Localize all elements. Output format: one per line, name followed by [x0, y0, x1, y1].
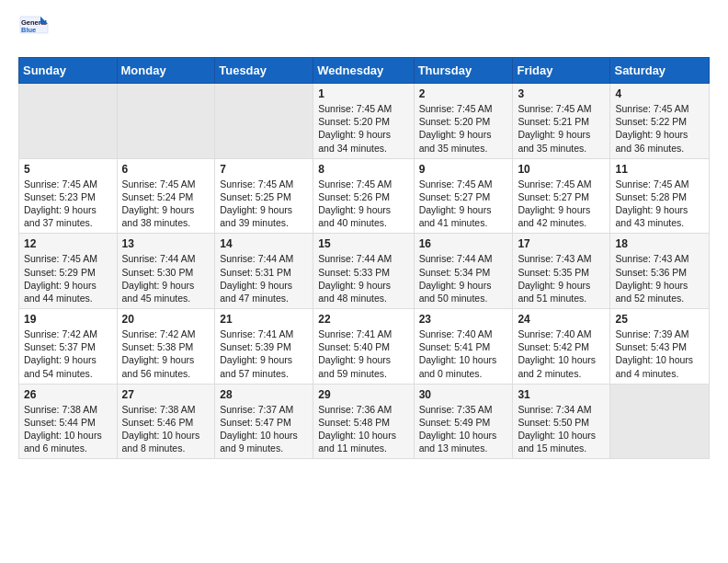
day-number: 25 [615, 313, 704, 326]
day-info: Sunrise: 7:45 AM Sunset: 5:23 PM Dayligh… [24, 178, 112, 230]
day-number: 5 [24, 163, 112, 176]
day-number: 8 [318, 163, 408, 176]
header-row: SundayMondayTuesdayWednesdayThursdayFrid… [19, 58, 710, 84]
week-row-1: 1Sunrise: 7:45 AM Sunset: 5:20 PM Daylig… [19, 84, 710, 159]
day-cell: 16Sunrise: 7:44 AM Sunset: 5:34 PM Dayli… [414, 234, 513, 309]
day-cell: 20Sunrise: 7:42 AM Sunset: 5:38 PM Dayli… [117, 309, 215, 385]
day-cell: 8Sunrise: 7:45 AM Sunset: 5:26 PM Daylig… [313, 158, 414, 234]
week-row-5: 26Sunrise: 7:38 AM Sunset: 5:44 PM Dayli… [19, 384, 710, 459]
day-number: 23 [419, 313, 508, 326]
day-number: 14 [220, 237, 308, 250]
day-info: Sunrise: 7:41 AM Sunset: 5:40 PM Dayligh… [318, 327, 408, 380]
day-info: Sunrise: 7:36 AM Sunset: 5:48 PM Dayligh… [318, 403, 408, 455]
day-cell: 25Sunrise: 7:39 AM Sunset: 5:43 PM Dayli… [610, 309, 710, 385]
day-info: Sunrise: 7:43 AM Sunset: 5:36 PM Dayligh… [615, 252, 704, 304]
day-number: 24 [518, 313, 605, 326]
day-number: 28 [220, 388, 308, 401]
header-cell-sunday: Sunday [19, 58, 118, 84]
day-cell: 10Sunrise: 7:45 AM Sunset: 5:27 PM Dayli… [513, 158, 610, 234]
day-cell [19, 84, 118, 159]
day-cell: 15Sunrise: 7:44 AM Sunset: 5:33 PM Dayli… [313, 234, 414, 309]
day-number: 6 [122, 163, 210, 176]
day-cell: 31Sunrise: 7:34 AM Sunset: 5:50 PM Dayli… [513, 384, 610, 459]
day-info: Sunrise: 7:45 AM Sunset: 5:22 PM Dayligh… [615, 102, 704, 155]
day-cell: 12Sunrise: 7:45 AM Sunset: 5:29 PM Dayli… [19, 234, 118, 309]
day-info: Sunrise: 7:45 AM Sunset: 5:29 PM Dayligh… [24, 252, 112, 304]
day-cell: 26Sunrise: 7:38 AM Sunset: 5:44 PM Dayli… [19, 384, 118, 459]
week-row-3: 12Sunrise: 7:45 AM Sunset: 5:29 PM Dayli… [19, 234, 710, 309]
day-info: Sunrise: 7:45 AM Sunset: 5:28 PM Dayligh… [615, 178, 704, 230]
day-number: 3 [518, 87, 605, 100]
day-cell: 19Sunrise: 7:42 AM Sunset: 5:37 PM Dayli… [19, 309, 118, 385]
day-info: Sunrise: 7:45 AM Sunset: 5:26 PM Dayligh… [318, 178, 408, 230]
logo-svg: General Blue [18, 15, 51, 48]
header-cell-tuesday: Tuesday [215, 58, 313, 84]
day-info: Sunrise: 7:42 AM Sunset: 5:37 PM Dayligh… [24, 327, 112, 380]
day-cell: 5Sunrise: 7:45 AM Sunset: 5:23 PM Daylig… [19, 158, 118, 234]
day-cell: 17Sunrise: 7:43 AM Sunset: 5:35 PM Dayli… [513, 234, 610, 309]
header-cell-wednesday: Wednesday [313, 58, 414, 84]
day-cell: 11Sunrise: 7:45 AM Sunset: 5:28 PM Dayli… [610, 158, 710, 234]
day-cell: 14Sunrise: 7:44 AM Sunset: 5:31 PM Dayli… [215, 234, 313, 309]
week-row-2: 5Sunrise: 7:45 AM Sunset: 5:23 PM Daylig… [19, 158, 710, 234]
day-info: Sunrise: 7:37 AM Sunset: 5:47 PM Dayligh… [220, 403, 308, 455]
day-number: 31 [518, 388, 605, 401]
day-number: 9 [419, 163, 508, 176]
day-info: Sunrise: 7:39 AM Sunset: 5:43 PM Dayligh… [615, 327, 704, 380]
day-info: Sunrise: 7:38 AM Sunset: 5:44 PM Dayligh… [24, 403, 112, 455]
day-cell: 4Sunrise: 7:45 AM Sunset: 5:22 PM Daylig… [610, 84, 710, 159]
day-cell [610, 384, 710, 459]
day-number: 16 [419, 237, 508, 250]
day-cell: 18Sunrise: 7:43 AM Sunset: 5:36 PM Dayli… [610, 234, 710, 309]
day-info: Sunrise: 7:38 AM Sunset: 5:46 PM Dayligh… [122, 403, 210, 455]
day-info: Sunrise: 7:44 AM Sunset: 5:33 PM Dayligh… [318, 252, 408, 304]
header-cell-monday: Monday [117, 58, 215, 84]
day-cell: 23Sunrise: 7:40 AM Sunset: 5:41 PM Dayli… [414, 309, 513, 385]
day-info: Sunrise: 7:45 AM Sunset: 5:24 PM Dayligh… [122, 178, 210, 230]
day-number: 11 [615, 163, 704, 176]
day-cell: 9Sunrise: 7:45 AM Sunset: 5:27 PM Daylig… [414, 158, 513, 234]
day-number: 1 [318, 87, 408, 100]
header-cell-friday: Friday [513, 58, 610, 84]
day-number: 7 [220, 163, 308, 176]
day-cell: 13Sunrise: 7:44 AM Sunset: 5:30 PM Dayli… [117, 234, 215, 309]
day-cell: 3Sunrise: 7:45 AM Sunset: 5:21 PM Daylig… [513, 84, 610, 159]
day-cell: 28Sunrise: 7:37 AM Sunset: 5:47 PM Dayli… [215, 384, 313, 459]
day-info: Sunrise: 7:41 AM Sunset: 5:39 PM Dayligh… [220, 327, 308, 380]
day-cell: 29Sunrise: 7:36 AM Sunset: 5:48 PM Dayli… [313, 384, 414, 459]
day-info: Sunrise: 7:45 AM Sunset: 5:20 PM Dayligh… [419, 102, 508, 155]
day-number: 18 [615, 237, 704, 250]
day-cell: 6Sunrise: 7:45 AM Sunset: 5:24 PM Daylig… [117, 158, 215, 234]
page: General Blue SundayMondayTuesdayWednesda… [0, 0, 728, 477]
day-info: Sunrise: 7:34 AM Sunset: 5:50 PM Dayligh… [518, 403, 605, 455]
day-number: 2 [419, 87, 508, 100]
calendar-table: SundayMondayTuesdayWednesdayThursdayFrid… [18, 57, 710, 459]
day-number: 13 [122, 237, 210, 250]
day-cell [117, 84, 215, 159]
day-number: 12 [24, 237, 112, 250]
day-number: 15 [318, 237, 408, 250]
day-cell: 27Sunrise: 7:38 AM Sunset: 5:46 PM Dayli… [117, 384, 215, 459]
day-cell [215, 84, 313, 159]
week-row-4: 19Sunrise: 7:42 AM Sunset: 5:37 PM Dayli… [19, 309, 710, 385]
day-cell: 7Sunrise: 7:45 AM Sunset: 5:25 PM Daylig… [215, 158, 313, 234]
day-info: Sunrise: 7:42 AM Sunset: 5:38 PM Dayligh… [122, 327, 210, 380]
day-cell: 24Sunrise: 7:40 AM Sunset: 5:42 PM Dayli… [513, 309, 610, 385]
day-info: Sunrise: 7:43 AM Sunset: 5:35 PM Dayligh… [518, 252, 605, 304]
header-cell-thursday: Thursday [414, 58, 513, 84]
day-number: 20 [122, 313, 210, 326]
day-info: Sunrise: 7:45 AM Sunset: 5:27 PM Dayligh… [419, 178, 508, 230]
header: General Blue [18, 15, 710, 48]
day-info: Sunrise: 7:45 AM Sunset: 5:25 PM Dayligh… [220, 178, 308, 230]
header-cell-saturday: Saturday [610, 58, 710, 84]
svg-text:Blue: Blue [21, 26, 36, 34]
day-number: 30 [419, 388, 508, 401]
day-number: 10 [518, 163, 605, 176]
day-number: 19 [24, 313, 112, 326]
day-cell: 21Sunrise: 7:41 AM Sunset: 5:39 PM Dayli… [215, 309, 313, 385]
logo: General Blue [18, 15, 51, 48]
day-number: 4 [615, 87, 704, 100]
day-cell: 1Sunrise: 7:45 AM Sunset: 5:20 PM Daylig… [313, 84, 414, 159]
day-number: 26 [24, 388, 112, 401]
day-cell: 30Sunrise: 7:35 AM Sunset: 5:49 PM Dayli… [414, 384, 513, 459]
